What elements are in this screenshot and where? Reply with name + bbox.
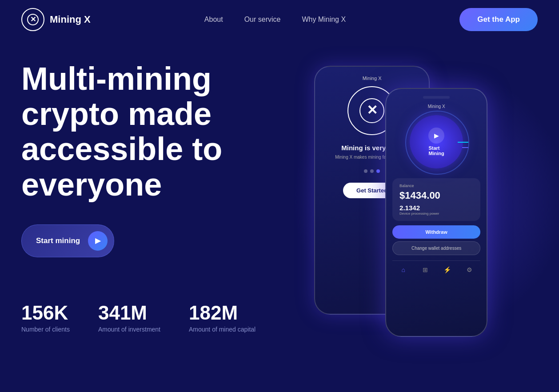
dot-2: [370, 169, 374, 173]
stat-mined: 182M Amount of mined capital: [189, 302, 256, 333]
nav-links: About Our service Why Mining X: [204, 16, 346, 24]
nav-why-mining-x[interactable]: Why Mining X: [302, 16, 346, 23]
start-mining-label: StartMining: [428, 145, 444, 156]
stats-section: 156K Number of clients 341M Amount of in…: [21, 302, 305, 333]
start-mining-button[interactable]: Start mining ▶: [21, 224, 114, 257]
ring-play-icon: ▶: [428, 128, 444, 144]
carousel-dots: [364, 169, 380, 173]
phone-nav-bolt: ⚡: [443, 265, 452, 274]
mining-ring[interactable]: ▶ StartMining: [410, 115, 463, 168]
accent-line-1: [458, 142, 468, 143]
get-app-button[interactable]: Get the App: [459, 8, 538, 31]
hero-section: Multi-mining crypto made accessible to e…: [0, 39, 559, 392]
phone-bottom-nav: ⌂ ⊞ ⚡ ⚙: [392, 260, 480, 274]
svg-text:✕: ✕: [30, 16, 36, 23]
stat-clients: 156K Number of clients: [21, 302, 70, 333]
brand-name: Mining X: [50, 14, 91, 25]
hero-title: Multi-mining crypto made accessible to e…: [21, 61, 305, 202]
play-icon: ▶: [88, 231, 108, 251]
withdraw-button[interactable]: Withdraw: [392, 225, 480, 239]
balance-card: Balance $1434.00 2.1342 Device processin…: [392, 178, 480, 221]
phone-front: Mining X ▶ StartMining Balance $1434.00 …: [385, 88, 487, 337]
phone-nav-settings: ⚙: [465, 265, 474, 274]
change-wallet-button[interactable]: Change wallet addresses: [392, 241, 480, 255]
phones-section: Mining X ✕ Mining is very easy Mining X …: [305, 52, 538, 392]
dot-3: [376, 169, 380, 173]
phone-nav-grid: ⊞: [421, 265, 430, 274]
nav-about[interactable]: About: [204, 16, 223, 23]
phone-nav-home: ⌂: [399, 265, 408, 274]
accent-line-2: [462, 147, 468, 148]
stat-investment: 341M Amount of inverstment: [98, 302, 160, 333]
phone-notch: [423, 96, 450, 99]
svg-text:✕: ✕: [367, 103, 378, 117]
logo-icon: ✕: [21, 8, 44, 31]
hero-left: Multi-mining crypto made accessible to e…: [21, 52, 305, 333]
logo[interactable]: ✕ Mining X: [21, 8, 91, 31]
nav-our-service[interactable]: Our service: [244, 16, 281, 23]
navbar: ✕ Mining X About Our service Why Mining …: [0, 0, 559, 39]
dot-1: [364, 169, 367, 173]
